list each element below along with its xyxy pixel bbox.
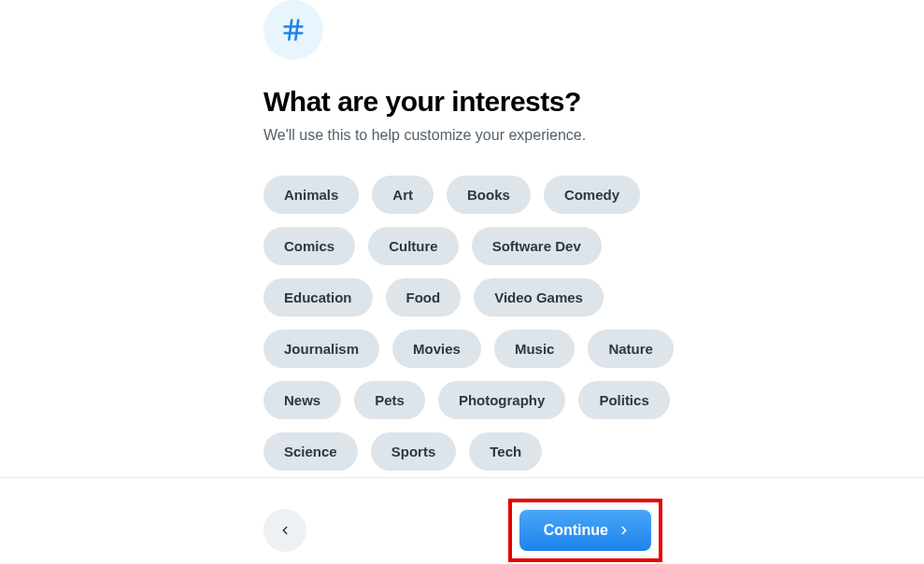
- back-button[interactable]: [263, 509, 306, 552]
- chevron-right-icon: [618, 524, 631, 537]
- footer-divider: [0, 477, 924, 478]
- interest-chip-sports[interactable]: Sports: [371, 432, 457, 471]
- interest-chip-journalism[interactable]: Journalism: [263, 330, 379, 368]
- footer: Continue: [263, 499, 662, 562]
- interest-chip-tech[interactable]: Tech: [469, 432, 542, 471]
- svg-line-3: [295, 21, 298, 40]
- continue-label: Continue: [544, 522, 608, 539]
- interest-chip-movies[interactable]: Movies: [392, 330, 481, 368]
- interest-chip-art[interactable]: Art: [372, 176, 434, 214]
- interest-chip-comedy[interactable]: Comedy: [544, 176, 640, 214]
- page-subtitle: We'll use this to help customize your ex…: [263, 127, 924, 144]
- page-title: What are your interests?: [263, 86, 924, 118]
- hashtag-icon: [263, 0, 323, 60]
- svg-line-2: [289, 21, 291, 40]
- interest-chip-education[interactable]: Education: [263, 278, 373, 317]
- interest-chip-science[interactable]: Science: [263, 432, 358, 471]
- interest-chip-politics[interactable]: Politics: [578, 381, 669, 419]
- interest-chip-news[interactable]: News: [263, 381, 341, 419]
- interest-chip-animals[interactable]: Animals: [263, 176, 359, 214]
- interest-chip-food[interactable]: Food: [386, 278, 462, 317]
- interest-chip-photography[interactable]: Photography: [438, 381, 566, 419]
- chevron-left-icon: [278, 524, 291, 537]
- continue-button[interactable]: Continue: [519, 510, 651, 551]
- interest-chip-culture[interactable]: Culture: [368, 227, 459, 265]
- interest-chip-comics[interactable]: Comics: [263, 227, 355, 265]
- interest-chip-music[interactable]: Music: [494, 330, 576, 368]
- interest-chip-pets[interactable]: Pets: [354, 381, 425, 419]
- interest-chip-nature[interactable]: Nature: [588, 330, 674, 368]
- continue-highlight: Continue: [508, 499, 662, 562]
- interest-chip-software-dev[interactable]: Software Dev: [472, 227, 602, 265]
- interest-chip-books[interactable]: Books: [447, 176, 531, 214]
- interests-container: Animals Art Books Comedy Comics Culture …: [263, 176, 675, 471]
- interest-chip-video-games[interactable]: Video Games: [474, 278, 604, 317]
